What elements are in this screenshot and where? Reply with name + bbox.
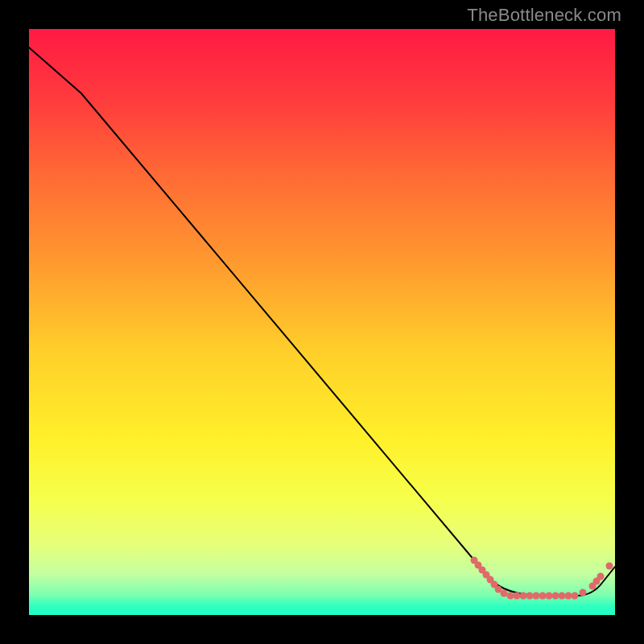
data-marker bbox=[491, 581, 498, 588]
data-marker bbox=[539, 592, 547, 600]
watermark-label: TheBottleneck.com bbox=[467, 5, 621, 26]
data-marker bbox=[514, 592, 521, 600]
data-marker bbox=[546, 592, 553, 600]
bottleneck-curve bbox=[29, 47, 615, 596]
chart-stage: TheBottleneck.com bbox=[0, 0, 644, 644]
gradient-rect bbox=[29, 29, 615, 615]
data-marker bbox=[552, 592, 559, 600]
data-marker bbox=[533, 592, 540, 600]
data-marker bbox=[475, 562, 482, 569]
data-marker bbox=[565, 592, 572, 600]
data-marker bbox=[507, 592, 514, 600]
data-marker bbox=[597, 573, 605, 580]
marker-group bbox=[471, 557, 613, 600]
data-marker bbox=[501, 590, 508, 597]
data-marker bbox=[471, 557, 478, 564]
data-marker bbox=[606, 563, 613, 570]
data-marker bbox=[487, 576, 494, 584]
data-marker bbox=[495, 586, 502, 593]
data-marker bbox=[593, 578, 601, 585]
data-marker bbox=[483, 572, 490, 579]
plot-svg bbox=[29, 29, 615, 615]
data-marker bbox=[559, 592, 566, 600]
data-marker bbox=[572, 592, 579, 600]
data-marker bbox=[479, 567, 486, 574]
plot-area bbox=[29, 29, 615, 615]
data-marker bbox=[526, 592, 534, 600]
data-marker bbox=[520, 592, 527, 600]
data-marker bbox=[580, 589, 587, 597]
data-marker bbox=[589, 583, 597, 590]
